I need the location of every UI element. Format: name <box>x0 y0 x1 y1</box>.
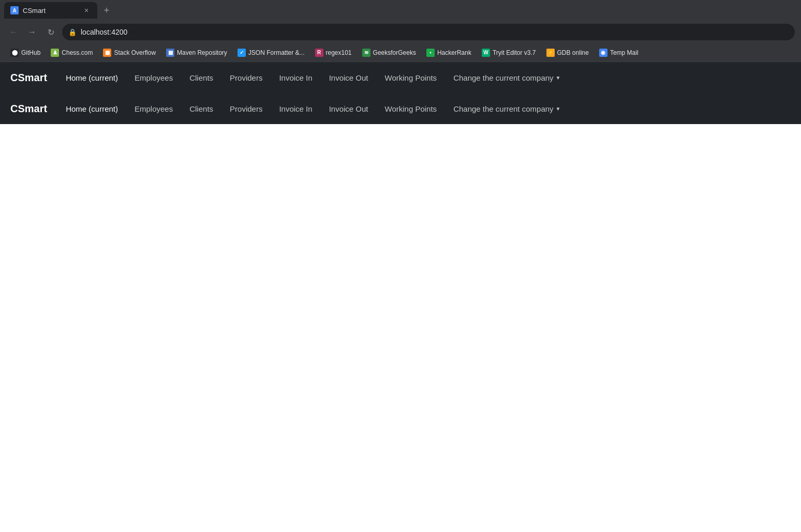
json-favicon: ✓ <box>238 49 246 57</box>
maven-label: Maven Repository <box>177 49 227 56</box>
dropdown-caret-change-company-1: ▼ <box>556 75 561 81</box>
tryit-label: Tryit Editor v3.7 <box>493 49 536 56</box>
bookmark-regex[interactable]: Rregex101 <box>311 47 356 59</box>
navigation-bar: ← → ↻ 🔒 localhost:4200 <box>0 21 801 43</box>
chess-label: Chess.com <box>62 49 93 56</box>
browser-chrome: A CSmart × + ← → ↻ 🔒 localhost:4200 ⬤Git… <box>0 0 801 62</box>
nav-link-clients-1[interactable]: Clients <box>183 69 219 86</box>
tab-bar: A CSmart × + <box>0 0 801 21</box>
nav-link-invoice-in-1[interactable]: Invoice In <box>273 69 318 86</box>
tab-close-button[interactable]: × <box>82 6 91 15</box>
chess-favicon: ♟ <box>51 49 59 57</box>
reload-button[interactable]: ↻ <box>43 25 58 39</box>
nav-link-invoice-in-2[interactable]: Invoice In <box>273 100 318 117</box>
forward-button[interactable]: → <box>25 25 39 39</box>
page-content <box>0 124 801 414</box>
tab-title: CSmart <box>23 7 78 14</box>
tryit-favicon: W <box>482 49 490 57</box>
maven-favicon: ▦ <box>166 49 174 57</box>
regex-label: regex101 <box>326 49 352 56</box>
regex-favicon: R <box>315 49 323 57</box>
bookmark-stackoverflow[interactable]: ▩Stack Overflow <box>99 47 160 59</box>
nav-link-working-points-1[interactable]: Working Points <box>379 69 443 86</box>
nav-link-providers-1[interactable]: Providers <box>224 69 269 86</box>
bookmark-geeks[interactable]: ≋GeeksforGeeks <box>358 47 420 59</box>
new-tab-button[interactable]: + <box>99 3 114 18</box>
nav-link-providers-2[interactable]: Providers <box>224 100 269 117</box>
github-label: GitHub <box>21 49 40 56</box>
bookmarks-bar: ⬤GitHub♟Chess.com▩Stack Overflow▦Maven R… <box>0 43 801 62</box>
nav-link-employees-1[interactable]: Employees <box>128 69 179 86</box>
address-bar[interactable]: 🔒 localhost:4200 <box>62 24 795 40</box>
back-button[interactable]: ← <box>6 25 21 39</box>
nav-link-employees-2[interactable]: Employees <box>128 100 179 117</box>
hackerrank-favicon: ▪ <box>426 49 435 57</box>
hackerrank-label: HackerRank <box>437 49 471 56</box>
address-text: localhost:4200 <box>81 28 127 36</box>
app-navbar-1: CSmart Home (current)EmployeesClientsPro… <box>0 62 801 93</box>
nav-link-change-company-1[interactable]: Change the current company▼ <box>447 69 567 86</box>
nav-link-change-company-2[interactable]: Change the current company▼ <box>447 100 567 117</box>
app-navbar-2: CSmart Home (current)EmployeesClientsPro… <box>0 93 801 124</box>
app-brand-2[interactable]: CSmart <box>10 103 47 115</box>
github-favicon: ⬤ <box>10 49 19 57</box>
bookmark-gdb[interactable]: ⚡GDB online <box>542 47 593 59</box>
tab-favicon: A <box>10 6 19 14</box>
bookmark-tempmail[interactable]: ◉Temp Mail <box>595 47 643 59</box>
nav-link-home-1[interactable]: Home (current) <box>60 69 124 86</box>
tempmail-label: Temp Mail <box>610 49 639 56</box>
lock-icon: 🔒 <box>68 28 77 36</box>
bookmark-tryit[interactable]: WTryit Editor v3.7 <box>478 47 540 59</box>
geeks-label: GeeksforGeeks <box>373 49 416 56</box>
stackoverflow-favicon: ▩ <box>103 49 111 57</box>
geeks-favicon: ≋ <box>362 49 370 57</box>
nav-link-working-points-2[interactable]: Working Points <box>379 100 443 117</box>
dropdown-caret-change-company-2: ▼ <box>556 106 561 112</box>
bookmark-hackerrank[interactable]: ▪HackerRank <box>422 47 476 59</box>
active-tab[interactable]: A CSmart × <box>4 2 97 19</box>
stackoverflow-label: Stack Overflow <box>114 49 156 56</box>
app-brand-1[interactable]: CSmart <box>10 72 47 84</box>
bookmark-chess[interactable]: ♟Chess.com <box>47 47 97 59</box>
json-label: JSON Formatter &... <box>248 49 305 56</box>
nav-link-invoice-out-2[interactable]: Invoice Out <box>323 100 375 117</box>
nav-link-home-2[interactable]: Home (current) <box>60 100 124 117</box>
nav-link-clients-2[interactable]: Clients <box>183 100 219 117</box>
bookmark-maven[interactable]: ▦Maven Repository <box>162 47 231 59</box>
gdb-favicon: ⚡ <box>546 49 555 57</box>
tempmail-favicon: ◉ <box>599 49 607 57</box>
bookmark-json[interactable]: ✓JSON Formatter &... <box>233 47 309 59</box>
bookmark-github[interactable]: ⬤GitHub <box>6 47 44 59</box>
gdb-label: GDB online <box>557 49 589 56</box>
nav-link-invoice-out-1[interactable]: Invoice Out <box>323 69 375 86</box>
